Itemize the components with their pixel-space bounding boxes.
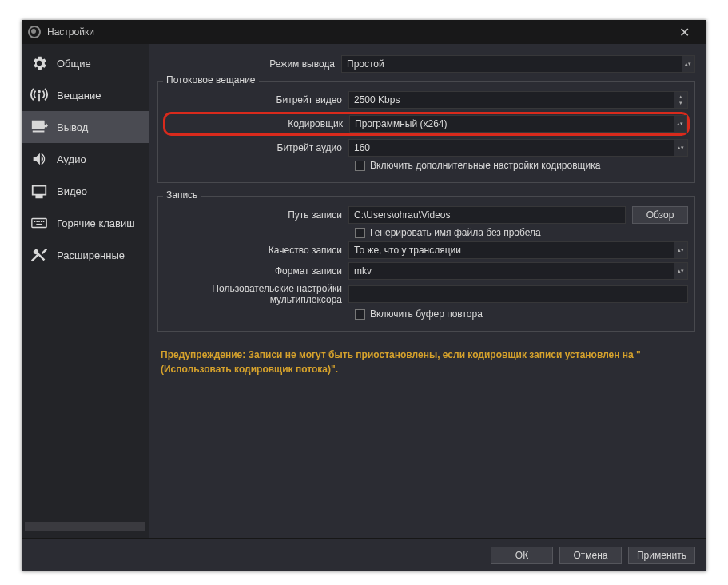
recording-quality-value: То же, что у трансляции: [354, 245, 461, 256]
chevron-icon: ▴▾: [674, 263, 687, 279]
recording-format-value: mkv: [354, 265, 372, 277]
video-bitrate-value: 2500 Kbps: [354, 94, 400, 105]
close-button[interactable]: ✕: [668, 20, 700, 44]
video-bitrate-input[interactable]: 2500 Kbps ▴▾: [348, 91, 688, 109]
encoder-value: Программный (x264): [355, 118, 448, 129]
svg-rect-7: [36, 224, 42, 225]
sidebar-item-label: Вещание: [57, 90, 101, 101]
svg-point-3: [36, 221, 38, 222]
svg-point-6: [43, 221, 45, 222]
content-panel: Режим вывода Простой ▴▾ Потоковое вещани…: [149, 44, 706, 538]
output-mode-label: Режим вывода: [157, 58, 341, 70]
cancel-button[interactable]: Отмена: [559, 547, 622, 564]
sidebar-item-stream[interactable]: Вещание: [22, 79, 149, 111]
svg-point-5: [41, 221, 42, 222]
sidebar-item-label: Видео: [57, 185, 87, 197]
chevron-icon: ▴▾: [674, 116, 686, 132]
audio-bitrate-select[interactable]: 160 ▴▾: [348, 139, 688, 157]
recording-path-label: Путь записи: [165, 209, 348, 221]
streaming-group-title: Потоковое вещание: [163, 74, 259, 86]
encoder-select[interactable]: Программный (x264) ▴▾: [349, 115, 687, 133]
output-mode-value: Простой: [347, 58, 384, 70]
sidebar: Общие Вещание Вывод Аудио: [22, 44, 149, 538]
no-space-checkbox-label: Генерировать имя файла без пробела: [370, 227, 541, 238]
sidebar-item-label: Вывод: [57, 121, 88, 133]
sidebar-item-output[interactable]: Вывод: [22, 111, 149, 143]
checkbox-icon[interactable]: [355, 309, 365, 320]
video-bitrate-label: Битрейт видео: [165, 94, 348, 105]
audio-bitrate-row: Битрейт аудио 160 ▴▾: [165, 139, 688, 157]
settings-window: Настройки ✕ Общие Вещание Вывод: [22, 20, 706, 571]
recording-quality-label: Качество записи: [165, 245, 348, 256]
output-icon: [30, 117, 49, 137]
titlebar: Настройки ✕: [22, 20, 706, 44]
sidebar-item-video[interactable]: Видео: [22, 175, 149, 207]
recording-format-row: Формат записи mkv ▴▾: [165, 262, 688, 280]
no-space-checkbox-row[interactable]: Генерировать имя файла без пробела: [355, 227, 688, 238]
muxer-input[interactable]: [348, 285, 688, 303]
sidebar-item-label: Общие: [57, 58, 91, 70]
recording-quality-row: Качество записи То же, что у трансляции …: [165, 241, 688, 259]
chevron-icon: ▴▾: [682, 56, 694, 72]
video-icon: [30, 181, 49, 201]
audio-icon: [30, 149, 49, 169]
sidebar-item-label: Расширенные: [57, 249, 125, 261]
recording-group-title: Запись: [163, 189, 201, 201]
recording-path-row: Путь записи C:\Users\ohrau\Videos Обзор: [165, 206, 688, 224]
main-area: Общие Вещание Вывод Аудио: [22, 44, 706, 538]
checkbox-icon[interactable]: [355, 228, 365, 238]
output-mode-select[interactable]: Простой ▴▾: [341, 55, 695, 73]
recording-quality-select[interactable]: То же, что у трансляции ▴▾: [348, 241, 688, 259]
muxer-row: Пользовательские настройки мультиплексор…: [165, 283, 688, 305]
warning-text: Предупреждение: Записи не могут быть при…: [157, 340, 695, 384]
sidebar-item-general[interactable]: Общие: [22, 47, 149, 79]
sidebar-item-audio[interactable]: Аудио: [22, 143, 149, 175]
encoder-row-highlighted: Кодировщик Программный (x264) ▴▾: [163, 112, 690, 136]
output-mode-row: Режим вывода Простой ▴▾: [157, 55, 695, 73]
sidebar-item-label: Горячие клавиш: [57, 217, 135, 229]
advanced-encoder-checkbox-row[interactable]: Включить дополнительные настройки кодиро…: [355, 160, 688, 171]
encoder-label: Кодировщик: [165, 118, 349, 129]
recording-format-select[interactable]: mkv ▴▾: [348, 262, 688, 280]
replay-buffer-checkbox-row[interactable]: Включить буфер повтора: [355, 308, 688, 320]
svg-rect-1: [32, 219, 46, 228]
antenna-icon: [30, 86, 49, 105]
sidebar-item-hotkeys[interactable]: Горячие клавиш: [22, 207, 149, 239]
svg-point-4: [38, 221, 40, 222]
advanced-encoder-checkbox-label: Включить дополнительные настройки кодиро…: [370, 160, 600, 171]
apply-button[interactable]: Применить: [628, 547, 695, 564]
streaming-group: Потоковое вещание Битрейт видео 2500 Kbp…: [157, 81, 695, 183]
video-bitrate-row: Битрейт видео 2500 Kbps ▴▾: [165, 91, 688, 109]
chevron-icon: ▴▾: [674, 140, 687, 156]
tools-icon: [30, 245, 49, 265]
gear-icon: [30, 54, 49, 73]
replay-buffer-checkbox-label: Включить буфер повтора: [370, 308, 483, 320]
spinner-icon[interactable]: ▴▾: [674, 92, 687, 108]
ok-button[interactable]: ОК: [491, 547, 553, 564]
window-title: Настройки: [47, 26, 668, 38]
browse-button[interactable]: Обзор: [632, 206, 688, 224]
recording-path-input[interactable]: C:\Users\ohrau\Videos: [348, 206, 626, 224]
audio-bitrate-value: 160: [354, 142, 370, 153]
audio-bitrate-label: Битрейт аудио: [165, 142, 348, 153]
app-icon: [28, 26, 41, 38]
chevron-icon: ▴▾: [674, 242, 687, 258]
svg-point-2: [34, 221, 36, 222]
recording-format-label: Формат записи: [165, 265, 348, 277]
recording-path-value: C:\Users\ohrau\Videos: [354, 209, 451, 221]
sidebar-item-advanced[interactable]: Расширенные: [22, 239, 149, 271]
muxer-label: Пользовательские настройки мультиплексор…: [165, 283, 348, 305]
dialog-footer: ОК Отмена Применить: [22, 538, 706, 571]
checkbox-icon[interactable]: [355, 161, 365, 171]
keyboard-icon: [30, 213, 49, 233]
recording-group: Запись Путь записи C:\Users\ohrau\Videos…: [157, 196, 695, 332]
sidebar-item-label: Аудио: [57, 153, 86, 165]
sidebar-scrollbar[interactable]: [25, 522, 145, 531]
